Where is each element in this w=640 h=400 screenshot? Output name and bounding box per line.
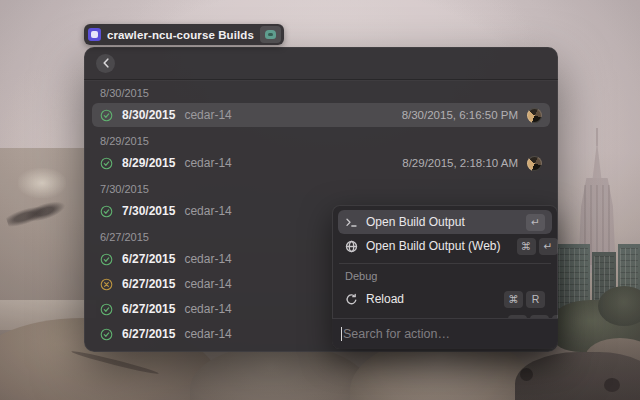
- build-stack: cedar-14: [184, 156, 231, 170]
- committer-avatar: [527, 108, 542, 123]
- build-date-section: 8/30/2015 8/30/2015 cedar-14 8/30/2015, …: [92, 80, 550, 127]
- actions-search: [332, 318, 558, 349]
- build-success-icon: [100, 328, 113, 341]
- build-stack: cedar-14: [184, 252, 231, 266]
- build-timestamp: 8/30/2015, 6:16:50 PM: [402, 109, 518, 121]
- build-success-icon: [100, 303, 113, 316]
- actions-list: Open Build Output ↵ Open Build Output (W…: [332, 205, 558, 318]
- terminal-icon: [345, 216, 358, 229]
- chevron-left-icon: [102, 58, 110, 68]
- action-label: Reload: [366, 292, 404, 306]
- action-search-input[interactable]: [343, 327, 549, 341]
- build-date: 8/29/2015: [122, 156, 175, 170]
- build-failed-icon: [100, 278, 113, 291]
- back-button[interactable]: [96, 54, 115, 73]
- build-success-icon: [100, 157, 113, 170]
- build-row[interactable]: 8/30/2015 cedar-14 8/30/2015, 6:16:50 PM: [92, 103, 550, 127]
- extension-icon: [265, 30, 276, 39]
- shortcut-keys: ↵: [526, 214, 545, 231]
- key-badge: R: [526, 291, 545, 308]
- build-success-icon: [100, 109, 113, 122]
- build-stack: cedar-14: [184, 204, 231, 218]
- build-stack: cedar-14: [184, 108, 231, 122]
- build-date: 6/27/2015: [122, 327, 175, 341]
- shortcut-keys: ⌘↵: [517, 238, 558, 255]
- command-tag-label: crawler-ncu-course Builds: [107, 29, 254, 41]
- build-stack: cedar-14: [184, 327, 231, 341]
- text-caret: [341, 327, 342, 341]
- build-date: 8/30/2015: [122, 108, 175, 122]
- key-badge: ⌘: [517, 238, 536, 255]
- build-date: 6/27/2015: [122, 277, 175, 291]
- command-tag[interactable]: crawler-ncu-course Builds: [84, 24, 284, 45]
- screen: crawler-ncu-course Builds 8/30/2015 8/30…: [0, 0, 640, 400]
- build-date: 7/30/2015: [122, 204, 175, 218]
- build-date: 6/27/2015: [122, 302, 175, 316]
- action-item[interactable]: Reload ⌘R: [338, 287, 552, 311]
- key-badge: ↵: [526, 214, 545, 231]
- build-success-icon: [100, 253, 113, 266]
- shortcut-keys: ⌘R: [504, 291, 545, 308]
- action-item[interactable]: Open Support Directory ⌘⇧S: [338, 311, 552, 318]
- committer-avatar: [527, 156, 542, 171]
- key-badge: ↵: [539, 238, 558, 255]
- section-header: 8/29/2015: [92, 128, 550, 151]
- build-timestamp: 8/29/2015, 2:18:10 AM: [402, 157, 518, 169]
- action-item[interactable]: Open Build Output ↵: [338, 210, 552, 234]
- extension-chip: [260, 26, 281, 43]
- build-stack: cedar-14: [184, 302, 231, 316]
- action-label: Open Build Output (Web): [366, 239, 501, 253]
- build-date-section: 8/29/2015 8/29/2015 cedar-14 8/29/2015, …: [92, 128, 550, 175]
- heroku-app-icon: [88, 28, 101, 41]
- build-success-icon: [100, 205, 113, 218]
- action-section-header: Debug: [338, 268, 552, 287]
- key-badge: ⌘: [504, 291, 523, 308]
- section-header: 8/30/2015: [92, 80, 550, 103]
- reload-icon: [345, 293, 358, 306]
- build-date: 6/27/2015: [122, 252, 175, 266]
- section-header: 7/30/2015: [92, 176, 550, 199]
- build-row[interactable]: 8/29/2015 cedar-14 8/29/2015, 2:18:10 AM: [92, 151, 550, 175]
- actions-popup: Open Build Output ↵ Open Build Output (W…: [332, 205, 558, 349]
- action-label: Open Build Output: [366, 215, 465, 229]
- build-stack: cedar-14: [184, 277, 231, 291]
- panel-header: [84, 47, 558, 80]
- action-item[interactable]: Open Build Output (Web) ⌘↵: [338, 234, 552, 258]
- divider: [339, 263, 551, 264]
- globe-icon: [345, 240, 358, 253]
